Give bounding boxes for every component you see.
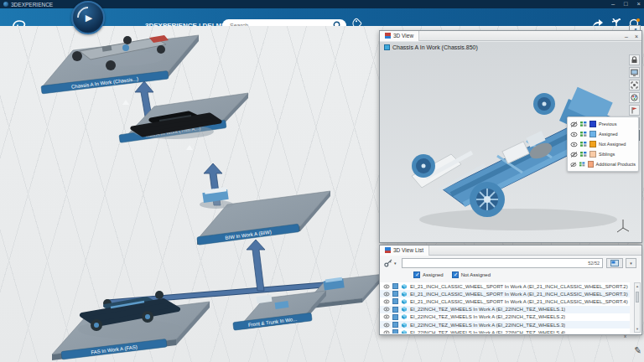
eye-icon[interactable]	[383, 299, 390, 304]
palette-icon[interactable]	[629, 92, 640, 103]
item-label: EI_22INCH_TEZ_WHEELS In Work A (EI_22INC…	[410, 323, 565, 328]
panel-close-button[interactable]: ×	[635, 34, 638, 39]
not-assigned-checkbox[interactable]	[452, 272, 459, 278]
legend-label: Assigned	[599, 132, 618, 137]
legend-row-siblings[interactable]: Siblings	[570, 149, 636, 159]
flag-icon[interactable]	[629, 105, 640, 116]
list-filter-row: ▾ 52/52 ▾	[380, 256, 641, 270]
tab-3d-view-list[interactable]: 3D View List	[380, 246, 429, 256]
station-biw[interactable]: BIW In Work A (BIW)	[197, 187, 330, 252]
filter-assigned[interactable]: Assigned	[413, 272, 444, 278]
close-button[interactable]: ×	[637, 0, 641, 8]
eye-icon[interactable]	[383, 323, 390, 328]
list-item[interactable]: EI_22INCH_TEZ_WHEELS In Work A (EI_22INC…	[380, 313, 630, 321]
item-label: EI_22INCH_TEZ_WHEELS In Work A (EI_22INC…	[410, 307, 565, 312]
fit-all-icon[interactable]	[629, 80, 640, 90]
biw-product[interactable]	[200, 187, 233, 209]
legend-label: Additional Products	[596, 162, 636, 167]
list-scrollbar[interactable]: ▲ ▼	[634, 282, 641, 333]
filter-caret-icon[interactable]: ▾	[394, 261, 397, 266]
legend-row-previous[interactable]: Previous	[570, 119, 636, 129]
cube-icon	[401, 298, 408, 305]
color-swatch	[392, 314, 398, 320]
item-label: EI_22INCH_TEZ_WHEELS In Work A (EI_22INC…	[410, 314, 565, 319]
item-label: EI_21_INCH_CLASSIC_WHEEL_SPORT In Work A…	[410, 299, 628, 304]
eye-icon[interactable]	[383, 292, 390, 297]
maximize-button[interactable]: □	[624, 0, 628, 8]
item-label: EI_21_INCH_CLASSIC_WHEEL_SPORT In Work A…	[410, 284, 628, 289]
3d-view-list-tab-icon	[385, 247, 391, 253]
eye-icon[interactable]	[570, 122, 578, 127]
cube-icon	[401, 283, 408, 290]
scroll-up-icon[interactable]: ▲	[635, 284, 640, 288]
station-front-trunk[interactable]: Front & Trunk In Wo...	[233, 291, 326, 330]
panel-axis-triad-icon	[617, 220, 629, 232]
view-options-button[interactable]	[606, 258, 623, 268]
legend-row-assigned[interactable]: Assigned	[570, 129, 636, 139]
3d-view-tab-icon	[385, 33, 391, 39]
item-count: 52/52	[588, 261, 600, 266]
3d-view-list-panel: 3D View List ▾ 52/52 ▾ Assigned Not Assi…	[379, 245, 642, 335]
3d-view-body[interactable]: Chassis A In Work (Chassis.850) ⚙	[380, 42, 641, 242]
eye-icon[interactable]	[570, 152, 578, 158]
screen-icon[interactable]	[629, 67, 640, 78]
item-label: EI_22INCH_TEZ_WHEELS In Work A (EI_22INC…	[410, 330, 565, 334]
list-item[interactable]: EI_21_INCH_CLASSIC_WHEEL_SPORT In Work A…	[380, 282, 630, 290]
lock-icon[interactable]	[629, 54, 640, 65]
view-item-title-row: Chassis A In Work (Chassis.850)	[384, 44, 478, 50]
flow-arrow-line-to-biw	[247, 240, 265, 291]
legend-swatch	[589, 141, 596, 147]
color-swatch	[392, 291, 398, 297]
item-label: EI_21_INCH_CLASSIC_WHEEL_SPORT In Work A…	[410, 292, 628, 297]
legend-row-additional-products[interactable]: Additional Products	[570, 159, 636, 169]
eye-icon[interactable]	[570, 132, 578, 137]
legend-swatch	[589, 121, 596, 127]
color-swatch	[392, 329, 398, 334]
assigned-label: Assigned	[423, 272, 444, 277]
eye-icon[interactable]	[383, 330, 390, 334]
filter-not-assigned[interactable]: Not Assigned	[452, 272, 491, 278]
legend-row-not-assigned[interactable]: Not Assigned	[570, 139, 636, 149]
3d-view-panel: 3D View – × Chassis A In Work (Chassis.8…	[379, 30, 642, 243]
station-trim-marker	[186, 145, 193, 150]
3d-view-list-tab-label: 3D View List	[393, 247, 423, 253]
list-item[interactable]: EI_21_INCH_CLASSIC_WHEEL_SPORT In Work A…	[380, 290, 630, 297]
color-swatch	[392, 307, 398, 313]
eye-icon[interactable]	[383, 307, 390, 312]
assigned-checkbox[interactable]	[413, 272, 420, 278]
filter-icon[interactable]	[384, 259, 392, 267]
eye-icon[interactable]	[570, 162, 577, 168]
view-options-caret-icon[interactable]: ▾	[626, 258, 636, 268]
cube-icon	[401, 291, 408, 297]
compass-arc	[73, 3, 104, 34]
compass-icon[interactable]: ▶	[71, 1, 105, 34]
list-item[interactable]: EI_21_INCH_CLASSIC_WHEEL_SPORT In Work A…	[380, 297, 630, 305]
cube-icon	[401, 322, 408, 328]
3d-view-tab-label: 3D View	[393, 33, 413, 39]
product-icon	[384, 44, 390, 50]
assign-grid-icon[interactable]	[580, 141, 587, 147]
station-chassis-marker	[122, 100, 129, 105]
list-item[interactable]: EI_22INCH_TEZ_WHEELS In Work A (EI_22INC…	[380, 328, 630, 334]
scroll-down-icon[interactable]: ▼	[635, 327, 640, 331]
color-swatch	[392, 298, 398, 304]
assign-grid-icon[interactable]	[580, 151, 587, 158]
panel-minimize-button[interactable]: –	[625, 34, 628, 39]
assign-grid-icon[interactable]	[580, 131, 587, 137]
tab-3d-view[interactable]: 3D View	[380, 31, 419, 41]
legend-swatch	[589, 151, 596, 158]
eye-icon[interactable]	[570, 142, 578, 147]
eye-icon[interactable]	[383, 284, 390, 289]
list-item[interactable]: EI_22INCH_TEZ_WHEELS In Work A (EI_22INC…	[380, 321, 630, 328]
assign-grid-icon[interactable]	[579, 161, 585, 168]
3d-view-list-tab-bar: 3D View List	[380, 246, 641, 256]
color-swatch	[392, 322, 398, 328]
eye-icon[interactable]	[383, 314, 390, 319]
minimize-button[interactable]: –	[611, 0, 615, 8]
legend-swatch	[589, 131, 596, 137]
list-item[interactable]: EI_22INCH_TEZ_WHEELS In Work A (EI_22INC…	[380, 306, 630, 313]
list-filter-input[interactable]	[402, 258, 603, 268]
assign-grid-icon[interactable]	[580, 121, 587, 127]
app-logo-icon	[3, 2, 8, 7]
scroll-thumb[interactable]	[636, 292, 639, 303]
